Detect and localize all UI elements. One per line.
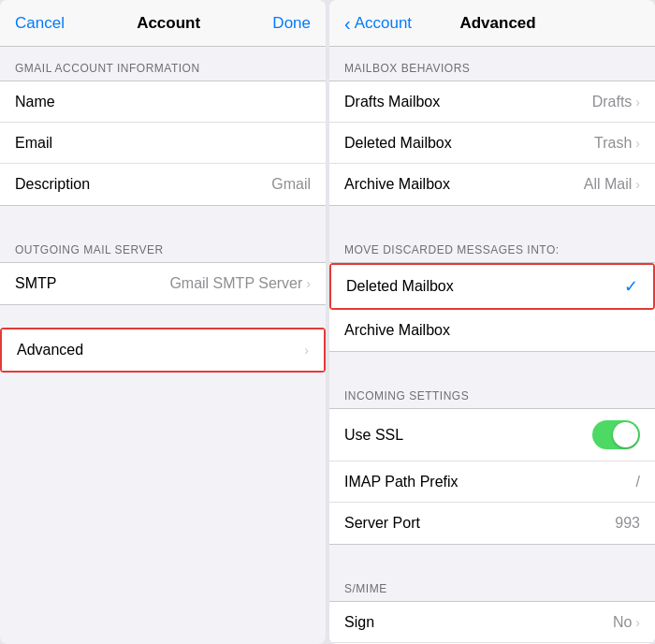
name-label: Name	[15, 94, 55, 110]
incoming-section: INCOMING SETTINGS Use SSL IMAP Path Pref…	[329, 374, 655, 545]
description-row[interactable]: Description Gmail	[0, 164, 326, 205]
imap-path-row[interactable]: IMAP Path Prefix /	[329, 461, 655, 503]
checkmark-icon: ✓	[624, 276, 638, 297]
back-label: Account	[355, 14, 412, 33]
incoming-section-header: INCOMING SETTINGS	[329, 374, 655, 408]
right-panel: ‹ Account Advanced MAILBOX BEHAVIORS Dra…	[329, 0, 655, 644]
back-button[interactable]: ‹ Account	[344, 14, 412, 33]
advanced-label: Advanced	[17, 342, 83, 359]
smime-section-header: S/MIME	[329, 567, 655, 601]
smtp-label: SMTP	[15, 275, 56, 292]
server-port-value: 993	[615, 515, 640, 532]
move-list-group: Deleted Mailbox ✓ Archive Mailbox	[329, 262, 655, 352]
name-row[interactable]: Name	[0, 81, 326, 123]
done-button[interactable]: Done	[272, 14, 311, 33]
ssl-row[interactable]: Use SSL	[329, 409, 655, 461]
mailbox-section: MAILBOX BEHAVIORS Drafts Mailbox Drafts …	[329, 47, 655, 206]
server-port-row[interactable]: Server Port 993	[329, 503, 655, 544]
deleted-chevron-icon: ›	[635, 136, 640, 151]
outgoing-section-header: OUTGOING MAIL SERVER	[0, 228, 326, 262]
email-label: Email	[15, 135, 52, 152]
right-nav-title: Advanced	[459, 14, 535, 33]
back-chevron-icon: ‹	[344, 14, 351, 33]
server-port-label: Server Port	[344, 515, 420, 532]
drafts-mailbox-label: Drafts Mailbox	[344, 94, 440, 110]
archive-mailbox-value: All Mail ›	[584, 176, 640, 193]
gmail-list-group: Name Email Description Gmail	[0, 80, 326, 206]
email-row[interactable]: Email	[0, 123, 326, 164]
left-panel-content: GMAIL ACCOUNT INFORMATION Name Email Des…	[0, 47, 326, 644]
incoming-list-group: Use SSL IMAP Path Prefix / Server Port 9…	[329, 408, 655, 545]
sign-chevron-icon: ›	[635, 615, 640, 630]
gmail-section: GMAIL ACCOUNT INFORMATION Name Email Des…	[0, 47, 326, 206]
left-panel: Cancel Account Done GMAIL ACCOUNT INFORM…	[0, 0, 326, 644]
smtp-row[interactable]: SMTP Gmail SMTP Server ›	[0, 263, 326, 304]
advanced-row-wrapper: Advanced ›	[0, 328, 326, 373]
mailbox-section-header: MAILBOX BEHAVIORS	[329, 47, 655, 80]
deleted-mailbox-value: Trash ›	[594, 135, 640, 152]
description-label: Description	[15, 176, 90, 193]
archive-mailbox-move-row[interactable]: Archive Mailbox	[329, 310, 655, 351]
left-nav-bar: Cancel Account Done	[0, 0, 326, 47]
ssl-label: Use SSL	[344, 427, 403, 444]
outgoing-list-group: SMTP Gmail SMTP Server ›	[0, 262, 326, 305]
imap-path-value: /	[636, 474, 640, 490]
advanced-chevron-icon: ›	[304, 343, 309, 358]
smime-section: S/MIME Sign No › Encrypt by Default No ›	[329, 567, 655, 644]
sign-label: Sign	[344, 614, 374, 631]
description-value: Gmail	[271, 176, 311, 193]
archive-mailbox-move-label: Archive Mailbox	[344, 322, 450, 339]
mailbox-list-group: Drafts Mailbox Drafts › Deleted Mailbox …	[329, 80, 655, 206]
archive-mailbox-label: Archive Mailbox	[344, 176, 450, 193]
imap-path-label: IMAP Path Prefix	[344, 474, 458, 490]
advanced-row[interactable]: Advanced ›	[2, 329, 324, 371]
move-section-header: MOVE DISCARDED MESSAGES INTO:	[329, 228, 655, 262]
advanced-section: Advanced ›	[0, 328, 326, 373]
cancel-button[interactable]: Cancel	[15, 14, 65, 33]
deleted-mailbox-label: Deleted Mailbox	[344, 135, 452, 152]
drafts-chevron-icon: ›	[635, 95, 640, 110]
smtp-chevron-icon: ›	[306, 276, 311, 291]
deleted-mailbox-row[interactable]: Deleted Mailbox Trash ›	[329, 123, 655, 164]
archive-chevron-icon: ›	[635, 177, 640, 192]
sign-row[interactable]: Sign No ›	[329, 602, 655, 643]
right-panel-content: MAILBOX BEHAVIORS Drafts Mailbox Drafts …	[329, 47, 655, 644]
smime-list-group: Sign No › Encrypt by Default No ›	[329, 601, 655, 644]
deleted-mailbox-move-wrapper: Deleted Mailbox ✓	[329, 263, 655, 310]
deleted-mailbox-move-label: Deleted Mailbox	[346, 278, 454, 295]
move-section: MOVE DISCARDED MESSAGES INTO: Deleted Ma…	[329, 228, 655, 352]
drafts-mailbox-row[interactable]: Drafts Mailbox Drafts ›	[329, 81, 655, 123]
right-nav-bar: ‹ Account Advanced	[329, 0, 655, 47]
smtp-value: Gmail SMTP Server ›	[169, 275, 311, 292]
drafts-mailbox-value: Drafts ›	[592, 94, 640, 110]
advanced-list-group: Advanced ›	[2, 329, 324, 371]
outgoing-section: OUTGOING MAIL SERVER SMTP Gmail SMTP Ser…	[0, 228, 326, 305]
ssl-toggle[interactable]	[592, 420, 640, 449]
sign-value: No ›	[613, 614, 640, 631]
deleted-mailbox-move-row[interactable]: Deleted Mailbox ✓	[331, 265, 653, 308]
left-nav-title: Account	[137, 14, 200, 33]
archive-mailbox-row[interactable]: Archive Mailbox All Mail ›	[329, 164, 655, 205]
gmail-section-header: GMAIL ACCOUNT INFORMATION	[0, 47, 326, 80]
